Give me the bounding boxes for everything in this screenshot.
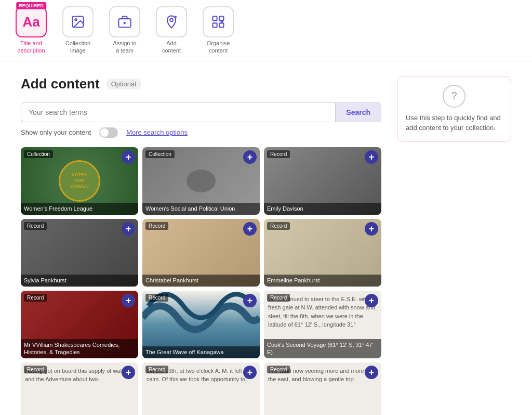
image-grid: VOTESFORWOMEN Collection + Women's Freed… <box>21 147 381 415</box>
grid-item[interactable]: Record + The Great Wave off Kanagawa <box>142 291 260 358</box>
item-label: Christabel Pankhurst <box>142 275 260 286</box>
grid-item[interactable]: We continued to steer to the E.S.E. with… <box>264 291 381 358</box>
item-type-badge: Record <box>267 222 290 230</box>
step-image-label: Collectionimage <box>65 40 90 55</box>
svg-rect-11 <box>219 23 223 27</box>
item-label: Mr VVilliam Shakespeares Comedies, Histo… <box>21 339 138 358</box>
item-add-button[interactable]: + <box>365 222 378 236</box>
item-add-button[interactable]: + <box>243 150 257 164</box>
item-type-badge: Record <box>24 222 47 230</box>
item-add-button[interactable]: + <box>122 366 135 379</box>
left-panel: Add content Optional Search Show only yo… <box>21 76 381 415</box>
grid-item[interactable]: Record + Emily Davison <box>264 147 381 215</box>
svg-point-5 <box>170 19 173 22</box>
step-organise-label: Organisecontent <box>207 40 230 55</box>
toggle-label: Show only your content <box>21 128 91 136</box>
required-badge: REQUIRED <box>16 2 46 9</box>
more-search-options-link[interactable]: More search options <box>126 128 188 136</box>
image-icon <box>71 15 85 29</box>
item-type-badge: Record <box>24 366 47 373</box>
item-type-badge: Collection <box>24 150 53 158</box>
step-title-label: Title anddescription <box>17 40 45 55</box>
help-icon: ? <box>443 85 466 108</box>
search-input[interactable] <box>21 102 335 122</box>
item-add-button[interactable]: + <box>243 294 257 307</box>
help-box: ? Use this step to quickly find and add … <box>397 76 511 142</box>
svg-point-14 <box>187 170 216 192</box>
grid-item[interactable]: Record + Emmeline Pankhurst <box>264 219 381 287</box>
item-label: The Great Wave off Kanagawa <box>142 346 260 358</box>
page-title-row: Add content Optional <box>21 76 381 92</box>
content-toggle[interactable] <box>99 127 118 138</box>
item-type-badge: Collection <box>145 150 175 158</box>
item-label: Emmeline Pankhurst <box>264 275 381 286</box>
step-team[interactable]: Assign toa team <box>104 6 145 55</box>
grid-item[interactable]: Record + Mr VVilliam Shakespeares Comedi… <box>21 291 138 358</box>
item-type-badge: Record <box>145 222 168 230</box>
step-add-content-icon-wrap <box>156 6 187 37</box>
filter-row: Show only your content More search optio… <box>21 127 381 138</box>
search-button[interactable]: Search <box>335 102 381 122</box>
stepper-bar: REQUIRED Aa Title anddescription Collect… <box>0 0 532 61</box>
step-team-label: Assign toa team <box>113 40 136 55</box>
main-area: Add content Optional Search Show only yo… <box>0 61 532 415</box>
search-row: Search <box>21 102 381 122</box>
item-label: Emily Davison <box>264 203 381 214</box>
item-add-button[interactable]: + <box>365 366 378 379</box>
item-label: Cook's Second Voyage (61° 12' S, 31° 47'… <box>264 339 381 358</box>
item-type-badge: Record <box>267 366 290 373</box>
help-text: Use this step to quickly find and add co… <box>406 113 502 133</box>
right-panel: ? Use this step to quickly find and add … <box>397 76 511 415</box>
item-type-badge: Record <box>145 294 168 302</box>
svg-rect-8 <box>213 17 217 21</box>
item-label: Women's Freedom League <box>21 203 138 214</box>
team-icon <box>117 15 132 29</box>
item-type-badge: Record <box>267 150 290 158</box>
item-add-button[interactable]: + <box>365 150 378 164</box>
item-type-badge: Record <box>145 366 168 373</box>
step-image[interactable]: Collectionimage <box>57 6 99 55</box>
svg-point-1 <box>75 19 77 21</box>
item-type-badge: Record <box>24 294 47 302</box>
step-title[interactable]: REQUIRED Aa Title anddescription <box>10 6 52 55</box>
page-title: Add content <box>21 76 100 92</box>
item-label: Sylvia Pankhurst <box>21 275 138 286</box>
step-title-icon-wrap: Aa <box>16 6 47 37</box>
item-type-badge: Record <box>267 294 290 302</box>
step-organise-icon-wrap <box>203 6 234 37</box>
item-add-button[interactable]: + <box>122 294 135 307</box>
add-content-icon <box>164 15 179 29</box>
item-add-button[interactable]: + <box>122 150 135 164</box>
step-team-icon-wrap <box>109 6 140 37</box>
svg-rect-9 <box>219 17 223 21</box>
grid-item[interactable]: VOTESFORWOMEN Collection + Women's Freed… <box>21 147 138 215</box>
step-organise[interactable]: Organisecontent <box>197 6 239 55</box>
item-label: Women's Social and Political Union <box>142 203 260 214</box>
grid-item[interactable]: Record + Sylvia Pankhurst <box>21 219 138 287</box>
grid-item[interactable]: The wind now veering more and more to th… <box>264 362 381 415</box>
item-add-button[interactable]: + <box>122 222 135 236</box>
grid-item[interactable]: Collection + Women's Social and Politica… <box>142 147 260 215</box>
step-add-content-label: Addcontent <box>162 40 181 55</box>
title-icon: Aa <box>22 14 39 30</box>
svg-rect-10 <box>213 23 217 27</box>
organise-icon <box>211 15 225 29</box>
item-add-button[interactable]: + <box>243 222 257 236</box>
item-add-button[interactable]: + <box>243 366 257 379</box>
grid-item[interactable]: Having got on board this supply of water… <box>21 362 138 415</box>
item-add-button[interactable]: + <box>365 294 378 307</box>
step-add-content[interactable]: Addcontent <box>151 6 192 55</box>
step-image-icon-wrap <box>62 6 94 37</box>
grid-item[interactable]: Record + Christabel Pankhurst <box>142 219 260 287</box>
grid-item[interactable]: On the 13th, at two o'clock A. M. it fel… <box>142 362 260 415</box>
optional-badge: Optional <box>106 79 141 89</box>
